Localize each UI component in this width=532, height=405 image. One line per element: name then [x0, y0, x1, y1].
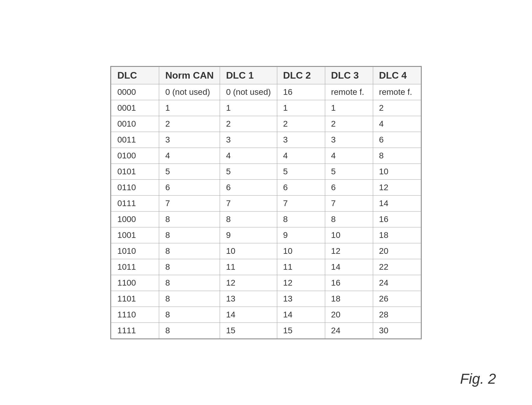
table-cell-15-5: 30: [373, 322, 421, 338]
table-row: 1010810101220: [111, 243, 421, 259]
table-row: 1111815152430: [111, 322, 421, 338]
table-cell-11-5: 22: [373, 259, 421, 275]
table-cell-3-1: 3: [159, 132, 220, 148]
table-header-row: DLCNorm CANDLC 1DLC 2DLC 3DLC 4: [111, 67, 421, 84]
table-cell-12-3: 12: [277, 275, 325, 291]
table-cell-7-5: 14: [373, 195, 421, 211]
table-cell-1-4: 1: [325, 100, 373, 116]
table-row: 010044448: [111, 148, 421, 164]
page-container: DLCNorm CANDLC 1DLC 2DLC 3DLC 4 00000 (n…: [0, 0, 532, 405]
table-row: 1100812121624: [111, 275, 421, 291]
table-cell-8-3: 8: [277, 211, 325, 227]
table-cell-1-1: 1: [159, 100, 220, 116]
table-cell-7-4: 7: [325, 195, 373, 211]
table-cell-15-0: 1111: [111, 322, 159, 338]
table-cell-7-1: 7: [159, 195, 220, 211]
table-cell-5-0: 0101: [111, 164, 159, 179]
table-cell-2-1: 2: [159, 116, 220, 132]
table-cell-10-5: 20: [373, 243, 421, 259]
table-cell-2-2: 2: [220, 116, 277, 132]
table-row: 0101555510: [111, 164, 421, 179]
table-row: 001133336: [111, 132, 421, 148]
table-cell-12-1: 8: [159, 275, 220, 291]
table-cell-0-2: 0 (not used): [220, 84, 277, 100]
table-cell-13-2: 13: [220, 291, 277, 307]
table-cell-14-4: 20: [325, 307, 373, 322]
dlc-table: DLCNorm CANDLC 1DLC 2DLC 3DLC 4 00000 (n…: [111, 67, 421, 339]
header-cell-0: DLC: [111, 67, 159, 84]
figure-label: Fig. 2: [460, 370, 496, 387]
table-body: 00000 (not used)0 (not used)16remote f.r…: [111, 84, 421, 338]
table-cell-15-1: 8: [159, 322, 220, 338]
table-cell-7-0: 0111: [111, 195, 159, 211]
table-cell-9-3: 9: [277, 227, 325, 243]
table-cell-2-3: 2: [277, 116, 325, 132]
table-cell-15-2: 15: [220, 322, 277, 338]
table-cell-5-3: 5: [277, 164, 325, 179]
table-cell-6-5: 12: [373, 179, 421, 195]
table-cell-0-0: 0000: [111, 84, 159, 100]
table-row: 1110814142028: [111, 307, 421, 322]
table-cell-9-1: 8: [159, 227, 220, 243]
table-cell-3-2: 3: [220, 132, 277, 148]
table-cell-11-1: 8: [159, 259, 220, 275]
table-cell-3-0: 0011: [111, 132, 159, 148]
table-cell-1-0: 0001: [111, 100, 159, 116]
table-cell-9-4: 10: [325, 227, 373, 243]
table-cell-9-5: 18: [373, 227, 421, 243]
table-row: 1011811111422: [111, 259, 421, 275]
table-cell-13-0: 1101: [111, 291, 159, 307]
table-cell-10-1: 8: [159, 243, 220, 259]
table-row: 0110666612: [111, 179, 421, 195]
table-cell-8-0: 1000: [111, 211, 159, 227]
table-cell-0-3: 16: [277, 84, 325, 100]
table-cell-2-0: 0010: [111, 116, 159, 132]
header-cell-4: DLC 3: [325, 67, 373, 84]
table-cell-6-3: 6: [277, 179, 325, 195]
table-cell-10-2: 10: [220, 243, 277, 259]
table-cell-5-5: 10: [373, 164, 421, 179]
table-cell-5-1: 5: [159, 164, 220, 179]
table-row: 10018991018: [111, 227, 421, 243]
header-cell-5: DLC 4: [373, 67, 421, 84]
table-cell-9-0: 1001: [111, 227, 159, 243]
table-row: 000111112: [111, 100, 421, 116]
table-cell-11-4: 14: [325, 259, 373, 275]
table-cell-4-4: 4: [325, 148, 373, 164]
table-cell-8-2: 8: [220, 211, 277, 227]
table-cell-4-1: 4: [159, 148, 220, 164]
table-cell-5-2: 5: [220, 164, 277, 179]
table-cell-8-1: 8: [159, 211, 220, 227]
table-cell-13-5: 26: [373, 291, 421, 307]
table-cell-2-4: 2: [325, 116, 373, 132]
table-cell-4-2: 4: [220, 148, 277, 164]
table-cell-10-3: 10: [277, 243, 325, 259]
table-cell-12-2: 12: [220, 275, 277, 291]
table-cell-0-1: 0 (not used): [159, 84, 220, 100]
table-cell-1-3: 1: [277, 100, 325, 116]
table-cell-12-0: 1100: [111, 275, 159, 291]
table-cell-4-5: 8: [373, 148, 421, 164]
header-cell-3: DLC 2: [277, 67, 325, 84]
table-cell-7-3: 7: [277, 195, 325, 211]
table-cell-6-4: 6: [325, 179, 373, 195]
table-cell-14-3: 14: [277, 307, 325, 322]
table-row: 001022224: [111, 116, 421, 132]
table-cell-11-2: 11: [220, 259, 277, 275]
table-row: 1000888816: [111, 211, 421, 227]
table-cell-4-3: 4: [277, 148, 325, 164]
table-cell-4-0: 0100: [111, 148, 159, 164]
table-cell-8-4: 8: [325, 211, 373, 227]
table-cell-13-4: 18: [325, 291, 373, 307]
table-cell-6-2: 6: [220, 179, 277, 195]
table-cell-15-4: 24: [325, 322, 373, 338]
header-cell-1: Norm CAN: [159, 67, 220, 84]
table-wrapper: DLCNorm CANDLC 1DLC 2DLC 3DLC 4 00000 (n…: [110, 66, 421, 339]
table-cell-5-4: 5: [325, 164, 373, 179]
table-cell-6-0: 0110: [111, 179, 159, 195]
table-cell-11-3: 11: [277, 259, 325, 275]
table-row: 00000 (not used)0 (not used)16remote f.r…: [111, 84, 421, 100]
table-cell-10-4: 12: [325, 243, 373, 259]
header-cell-2: DLC 1: [220, 67, 277, 84]
table-cell-15-3: 15: [277, 322, 325, 338]
